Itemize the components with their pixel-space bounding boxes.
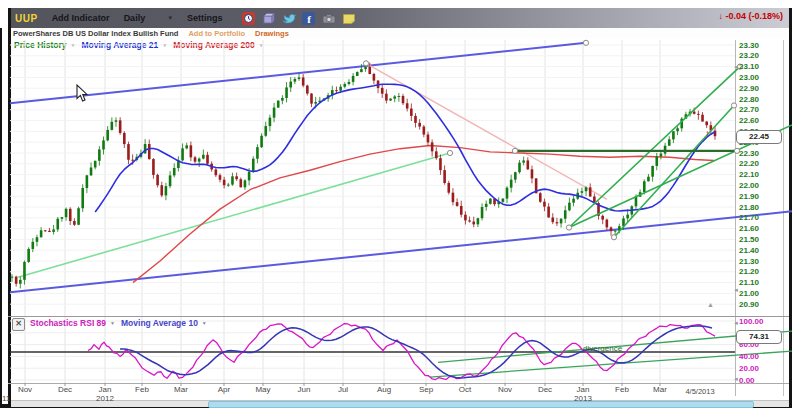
toolbar: UUP Add Indicator Daily ▼ Settings f <box>11 8 789 28</box>
x-axis-label: May <box>246 385 280 394</box>
down-arrow-icon: ↓ <box>718 11 723 21</box>
anchor-left-arrow-icon: ◄ <box>733 287 739 293</box>
y-axis-label: 21.10 <box>739 278 781 287</box>
y-axis-label: 22.10 <box>739 170 781 179</box>
indicator-axis-label: 0.00 <box>739 376 781 385</box>
price-change-indicator: ↓ -0.04 (-0.18%) <box>718 11 783 21</box>
x-axis-label: Mar <box>643 385 677 394</box>
x-axis-label: Feb <box>605 385 639 394</box>
channel-lower <box>10 211 792 292</box>
indicator-axis-label: 40.00 <box>739 352 781 361</box>
x-axis-label: Jun <box>287 385 321 394</box>
y-axis-label: 21.20 <box>739 267 781 276</box>
x-axis-label: Dec <box>48 385 82 394</box>
period-select[interactable]: Daily <box>124 13 146 23</box>
y-axis-label: 21.60 <box>739 224 781 233</box>
window-left-edge <box>0 28 2 405</box>
x-axis-label: Aug <box>367 385 401 394</box>
endpoint-handle <box>363 61 368 66</box>
endpoint-handle <box>566 225 571 230</box>
anchor-left-arrow-icon: ◄ <box>733 376 739 382</box>
symbol-label: UUP <box>15 13 38 24</box>
time-scrollbar-thumb[interactable] <box>208 401 754 408</box>
anchor-left-arrow-icon: ◄ <box>733 320 739 326</box>
twitter-icon[interactable] <box>282 12 295 25</box>
x-axis-year-label: 2012 <box>88 394 122 403</box>
add-indicator-button[interactable]: Add Indicator <box>52 13 110 23</box>
y-axis-label: 21.00 <box>739 289 781 298</box>
y-axis-label: 21.30 <box>739 257 781 266</box>
toolbar-icon-group: f <box>235 12 355 25</box>
panel-close-button[interactable]: ✕ <box>12 318 25 331</box>
x-axis-year-label: 11 <box>2 394 22 403</box>
y-axis-label: 22.70 <box>739 105 781 114</box>
y-axis-label: 22.60 <box>739 116 781 125</box>
x-axis-label: Nov <box>488 385 522 394</box>
channel-upper <box>10 43 586 103</box>
indicator-legend: Stochastics RSI 89▼ Moving Average 10▼ <box>30 318 213 328</box>
anchor-left-arrow-icon: ◄ <box>733 64 739 70</box>
endpoint-handle <box>447 150 452 155</box>
y-axis-label: 21.90 <box>739 192 781 201</box>
endpoint-handle <box>731 103 736 108</box>
endpoint-handle <box>512 148 517 153</box>
y-axis-label: 23.00 <box>739 73 781 82</box>
facebook-icon[interactable]: f <box>302 12 315 25</box>
x-axis-label: Dec <box>528 385 562 394</box>
chart-application-window: UUP Add Indicator Daily ▼ Settings f <box>0 0 792 408</box>
y-axis-label: 22.00 <box>739 181 781 190</box>
price-change-text: -0.04 (-0.18%) <box>725 11 783 21</box>
y-axis-label: 20.90 <box>739 300 781 309</box>
x-axis-label: Jul <box>326 385 360 394</box>
axis-right-separator <box>783 40 784 396</box>
xaxis-divider <box>8 383 789 384</box>
current-date-label: 4/5/2013 <box>675 387 725 396</box>
divergence-annotation: divergence <box>583 344 622 353</box>
y-axis-label: 21.50 <box>739 235 781 244</box>
y-axis-label: 21.80 <box>739 203 781 212</box>
chevron-down-icon[interactable]: ▼ <box>110 320 115 326</box>
endpoint-handle <box>583 40 588 45</box>
indicator-value-box: 74.31 <box>736 330 782 344</box>
endpoint-handle <box>611 235 616 240</box>
x-axis-year-label: 2013 <box>566 394 600 403</box>
x-axis-label: Feb <box>125 385 159 394</box>
drawings-link[interactable]: Drawings <box>255 29 289 38</box>
instrument-info-bar: PowerShares DB US Dollar Index Bullish F… <box>11 28 787 38</box>
legend-stoch-rsi[interactable]: Stochastics RSI 89 <box>30 318 106 328</box>
indicator-axis-label: 20.00 <box>739 364 781 373</box>
candlesticks <box>11 63 717 289</box>
y-axis-label: 23.20 <box>739 51 781 60</box>
indicator-axis-label: 100.00 <box>739 317 781 326</box>
y-axis-label: 22.30 <box>739 149 781 158</box>
add-to-portfolio-link[interactable]: Add to Portfolio <box>188 29 245 38</box>
camera-icon[interactable] <box>322 12 335 25</box>
fan-line-1 <box>569 67 740 228</box>
y-axis-label: 21.40 <box>739 246 781 255</box>
x-axis-label: Apr <box>207 385 241 394</box>
y-axis-label: 23.30 <box>739 41 781 50</box>
x-axis-label: Oct <box>448 385 482 394</box>
note-icon[interactable] <box>342 12 355 25</box>
alarm-icon[interactable] <box>242 12 255 25</box>
x-axis-label: Sep <box>409 385 443 394</box>
last-bar-arrow-marker: ↑ <box>705 128 710 139</box>
divergence-line-2 <box>430 351 792 377</box>
price-chart-plot[interactable] <box>10 40 735 316</box>
y-axis-label: 22.90 <box>739 84 781 93</box>
ma200-line <box>133 145 714 282</box>
fund-name-label: PowerShares DB US Dollar Index Bullish F… <box>13 29 178 38</box>
y-axis-label: 22.80 <box>739 95 781 104</box>
settings-button[interactable]: Settings <box>187 13 223 23</box>
y-axis-label: 21.70 <box>739 213 781 222</box>
last-price-box: 22.45 <box>736 130 782 144</box>
period-dropdown-arrow-icon[interactable]: ▼ <box>167 15 173 21</box>
long-support <box>18 153 450 277</box>
svg-text:f: f <box>307 13 311 25</box>
y-axis-label: 22.20 <box>739 159 781 168</box>
y-axis-label: 23.10 <box>739 62 781 71</box>
legend-ma10[interactable]: Moving Average 10 <box>121 318 198 328</box>
x-axis-label: Mar <box>164 385 198 394</box>
cube-icon[interactable] <box>262 12 275 25</box>
chevron-down-icon[interactable]: ▼ <box>202 320 207 326</box>
